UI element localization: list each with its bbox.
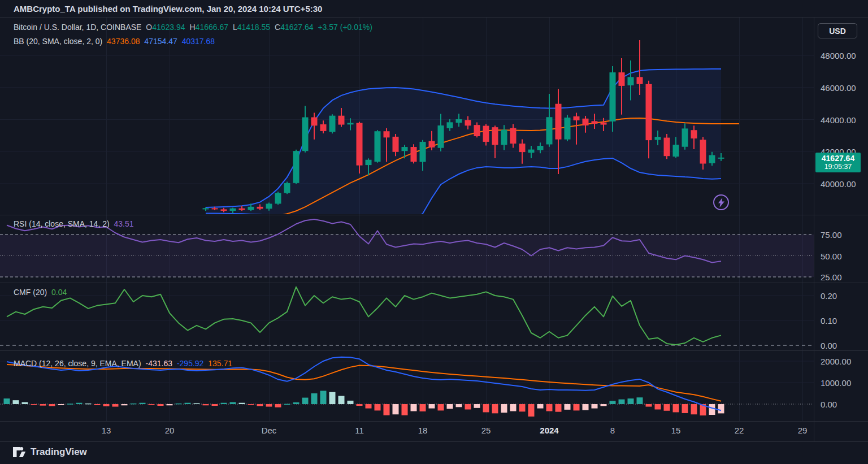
low-value: 41418.55 [237,23,270,32]
cmf-value: 0.04 [51,288,67,297]
candle-nov-29 [248,207,254,210]
symbol-title: Bitcoin / U.S. Dollar, 1D, COINBASE [14,23,141,32]
time-axis-label: Dec [262,426,277,435]
macd-hist-value: -431.63 [146,359,172,368]
axis-label: 2000.00 [821,357,851,366]
pane-divider-rsi[interactable] [0,215,868,215]
time-axis-label: 25 [481,426,491,435]
symbol-legend[interactable]: Bitcoin / U.S. Dollar, 1D, COINBASE O416… [14,23,375,32]
candle-jan-5 [583,119,589,125]
candle-nov-25 [212,208,218,209]
tradingview-logo-icon [12,446,27,458]
bb-basis-value: 43736.08 [107,37,140,46]
candle-nov-28 [239,209,245,210]
candle-dec-14 [384,131,390,137]
close-label: C [275,23,280,32]
candle-dec-8 [329,116,336,132]
time-axis-label: 2024 [540,426,558,435]
candle-dec-16 [402,147,408,151]
time-axis-border [0,421,868,422]
tradingview-attribution[interactable]: TradingView [12,446,87,458]
time-axis-label: 18 [418,426,428,435]
candle-dec-11 [357,123,363,165]
candle-jan-3 [565,118,571,140]
open-label: O [146,23,152,32]
candle-dec-7 [320,124,327,131]
candle-jan-9 [619,72,625,86]
candle-jan-19 [709,155,715,163]
bb-title: BB (20, SMA, close, 2, 0) [14,37,102,46]
candle-dec-4 [293,151,300,183]
candle-jan-11 [637,77,643,84]
candle-dec-25 [483,126,489,142]
candle-dec-12 [366,160,372,165]
candle-jan-8 [610,72,616,122]
candle-dec-5 [302,118,309,151]
candle-dec-3 [284,183,290,193]
candle-dec-29 [519,144,526,152]
axis-label: 25.00 [821,272,842,282]
axis-label: 1000.00 [821,378,851,388]
candle-dec-10 [348,123,354,124]
candle-dec-6 [311,118,318,126]
macd-signal-value: 135.71 [208,359,232,368]
candle-dec-24 [474,125,480,136]
candle-jan-20 [718,158,724,159]
pane-divider-macd[interactable] [0,350,868,351]
candle-jan-6 [592,121,598,124]
last-price-value: 41627.64 [815,154,861,163]
candle-jan-13 [655,137,661,140]
candle-dec-21 [447,122,453,128]
candle-jan-15 [673,145,679,157]
axis-label: 40000.00 [821,179,856,189]
cmf-legend[interactable]: CMF (20) 0.04 [14,288,69,297]
macd-legend[interactable]: MACD (12, 26, close, 9, EMA, EMA) -431.6… [14,359,235,368]
close-value: 41627.64 [280,23,313,32]
axis-label: 0.00 [821,400,837,409]
candle-jan-17 [691,130,697,138]
cmf-title: CMF (20) [14,288,47,297]
candle-jan-14 [664,138,670,157]
time-axis-label: 20 [165,426,175,435]
candle-dec-17 [411,147,417,162]
tradingview-published-chart: AMBCrypto_TA published on TradingView.co… [0,0,868,464]
candle-dec-19 [429,141,435,148]
candle-dec-18 [420,142,426,162]
candle-jan-2 [555,104,562,140]
candle-jan-10 [628,77,634,85]
low-label: L [233,23,237,32]
pane-divider-cmf[interactable] [0,283,868,283]
axis-label: 0.00 [821,341,837,350]
time-axis-label: 11 [355,426,364,435]
candle-jan-1 [546,117,553,144]
chart-canvas[interactable] [0,0,868,464]
rsi-legend[interactable]: RSI (14, close, SMA, 14, 2) 43.51 [14,219,136,228]
candle-nov-26 [221,209,227,211]
candle-jan-18 [700,140,706,163]
countdown-timer: 19:05:37 [815,163,861,171]
price-axis-border [814,17,814,441]
candle-nov-27 [230,209,236,211]
time-axis-label: 15 [671,426,681,435]
high-value: 41666.67 [196,23,228,32]
time-axis-label: 29 [798,426,808,435]
bb-lower-value: 40317.68 [182,37,215,46]
usd-currency-button[interactable]: USD [818,23,857,38]
axis-label: 44000.00 [821,115,856,124]
candle-nov-24 [203,208,209,209]
macd-title: MACD (12, 26, close, 9, EMA, EMA) [14,359,141,368]
bb-upper-value: 47154.47 [144,37,177,46]
candle-nov-30 [257,207,263,209]
candle-dec-15 [393,137,399,152]
candle-jan-4 [574,116,580,120]
axis-label: 48000.00 [821,51,856,60]
axis-label: 46000.00 [821,83,856,92]
candle-dec-13 [375,131,381,162]
bb-legend[interactable]: BB (20, SMA, close, 2, 0) 43736.08 47154… [14,37,217,46]
candle-dec-1 [266,203,272,209]
candle-dec-30 [528,150,535,153]
rsi-title: RSI (14, close, SMA, 14, 2) [14,219,110,228]
tradingview-brand-text: TradingView [31,446,87,458]
candle-dec-22 [456,119,462,123]
lightning-button[interactable] [713,194,729,210]
